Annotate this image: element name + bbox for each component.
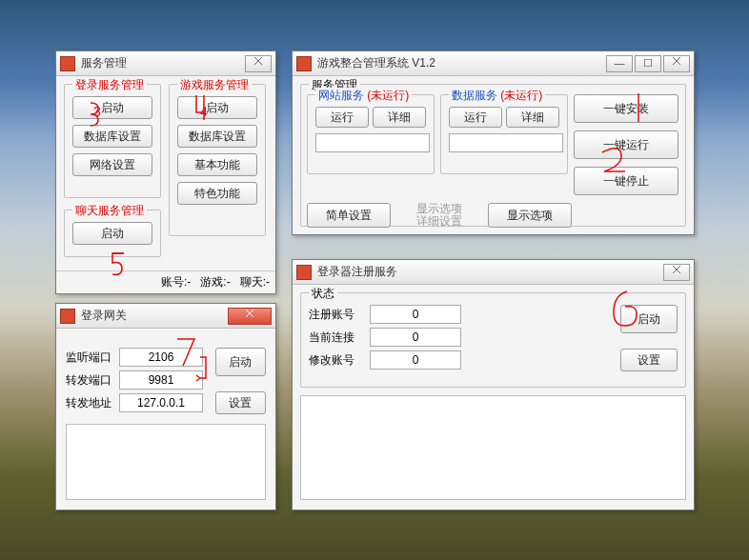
service-mgmt-group: 服务管理 网站服务 (未运行) 运行 详细 数据服务 (未运行) 运行 bbox=[300, 84, 686, 227]
window-title: 服务管理 bbox=[81, 55, 243, 71]
group-label: 网站服务 (未运行) bbox=[315, 88, 412, 104]
reg-account-input[interactable] bbox=[370, 305, 461, 324]
window-service-mgmt: 服务管理 登录服务管理 启动 数据库设置 网络设置 游戏服务管理 启动 数据库设… bbox=[55, 50, 276, 294]
window-title: 游戏整合管理系统 V1.2 bbox=[317, 55, 604, 71]
game-start-button[interactable]: 启动 bbox=[177, 96, 257, 119]
listen-port-input[interactable] bbox=[119, 348, 203, 367]
group-label: 游戏服务管理 bbox=[177, 77, 252, 93]
game-special-button[interactable]: 特色功能 bbox=[177, 182, 257, 205]
window-game-integration: 游戏整合管理系统 V1.2 — ☐ 服务管理 网站服务 (未运行) 运行 详细 … bbox=[292, 50, 695, 235]
data-service-group: 数据服务 (未运行) 运行 详细 bbox=[440, 94, 568, 174]
forward-port-label: 转发端口 bbox=[66, 372, 119, 389]
web-status-input[interactable] bbox=[315, 133, 430, 152]
titlebar: 服务管理 bbox=[56, 51, 275, 76]
chat-start-button[interactable]: 启动 bbox=[72, 222, 152, 245]
web-service-group: 网站服务 (未运行) 运行 详细 bbox=[307, 94, 435, 174]
app-icon bbox=[296, 56, 312, 71]
group-label: 登录服务管理 bbox=[72, 77, 147, 93]
status-bar: 账号:- 游戏:- 聊天:- bbox=[56, 270, 275, 293]
app-icon bbox=[60, 56, 75, 71]
app-icon bbox=[296, 265, 312, 280]
data-detail-button[interactable]: 详细 bbox=[506, 107, 559, 128]
options-hint-label: 显示选项 详细设置 bbox=[396, 203, 482, 228]
current-conn-label: 当前连接 bbox=[309, 330, 370, 346]
maximize-icon[interactable]: ☐ bbox=[635, 55, 661, 72]
window-title: 登录器注册服务 bbox=[317, 264, 661, 280]
register-start-button[interactable]: 启动 bbox=[620, 305, 678, 333]
mod-account-input[interactable] bbox=[370, 350, 461, 370]
app-icon bbox=[60, 309, 75, 324]
close-icon[interactable] bbox=[228, 308, 272, 325]
group-label: 状态 bbox=[309, 286, 337, 302]
login-service-group: 登录服务管理 启动 数据库设置 网络设置 bbox=[64, 84, 161, 198]
gateway-start-button[interactable]: 启动 bbox=[215, 348, 266, 376]
data-status-input[interactable] bbox=[449, 133, 563, 152]
mod-account-label: 修改账号 bbox=[309, 352, 370, 369]
listen-port-label: 监听端口 bbox=[66, 350, 119, 366]
show-options-button[interactable]: 显示选项 bbox=[488, 203, 572, 228]
minimize-icon[interactable]: — bbox=[606, 55, 633, 72]
login-start-button[interactable]: 启动 bbox=[72, 96, 152, 119]
titlebar: 登录网关 bbox=[56, 304, 275, 329]
register-log bbox=[300, 395, 686, 500]
close-icon[interactable] bbox=[663, 55, 690, 72]
forward-addr-label: 转发地址 bbox=[66, 395, 119, 411]
runall-button[interactable]: 一键运行 bbox=[574, 130, 678, 159]
login-net-button[interactable]: 网络设置 bbox=[72, 153, 152, 176]
game-basic-button[interactable]: 基本功能 bbox=[177, 153, 257, 176]
web-run-button[interactable]: 运行 bbox=[315, 107, 369, 128]
game-db-button[interactable]: 数据库设置 bbox=[177, 125, 257, 148]
window-login-gateway: 登录网关 监听端口 转发端口 转发地址 启动 设置 bbox=[55, 303, 276, 510]
forward-addr-input[interactable] bbox=[119, 393, 203, 412]
stopall-button[interactable]: 一键停止 bbox=[574, 167, 678, 195]
forward-port-input[interactable] bbox=[119, 370, 203, 390]
status-chat: 聊天:- bbox=[240, 274, 270, 290]
window-register-service: 登录器注册服务 状态 注册账号 当前连接 修改账号 bbox=[292, 259, 695, 510]
titlebar: 游戏整合管理系统 V1.2 — ☐ bbox=[293, 51, 694, 76]
close-icon[interactable] bbox=[245, 55, 272, 72]
login-db-button[interactable]: 数据库设置 bbox=[72, 125, 152, 148]
reg-account-label: 注册账号 bbox=[309, 307, 370, 323]
chat-service-group: 聊天服务管理 启动 bbox=[64, 210, 161, 257]
current-conn-input[interactable] bbox=[370, 328, 461, 347]
data-run-button[interactable]: 运行 bbox=[449, 107, 502, 128]
titlebar: 登录器注册服务 bbox=[293, 260, 694, 285]
status-game: 游戏:- bbox=[200, 274, 230, 290]
register-settings-button[interactable]: 设置 bbox=[620, 349, 678, 371]
close-icon[interactable] bbox=[663, 264, 690, 281]
group-label: 聊天服务管理 bbox=[72, 203, 147, 219]
game-service-group: 游戏服务管理 启动 数据库设置 基本功能 特色功能 bbox=[169, 84, 266, 236]
window-title: 登录网关 bbox=[81, 308, 226, 324]
web-detail-button[interactable]: 详细 bbox=[373, 107, 426, 128]
status-group: 状态 注册账号 当前连接 修改账号 bbox=[300, 292, 686, 388]
status-account: 账号:- bbox=[161, 274, 191, 290]
group-label: 数据服务 (未运行) bbox=[449, 88, 545, 104]
install-button[interactable]: 一键安装 bbox=[574, 94, 678, 123]
gateway-settings-button[interactable]: 设置 bbox=[215, 391, 266, 414]
gateway-log bbox=[66, 424, 266, 500]
simple-settings-button[interactable]: 简单设置 bbox=[307, 203, 391, 228]
